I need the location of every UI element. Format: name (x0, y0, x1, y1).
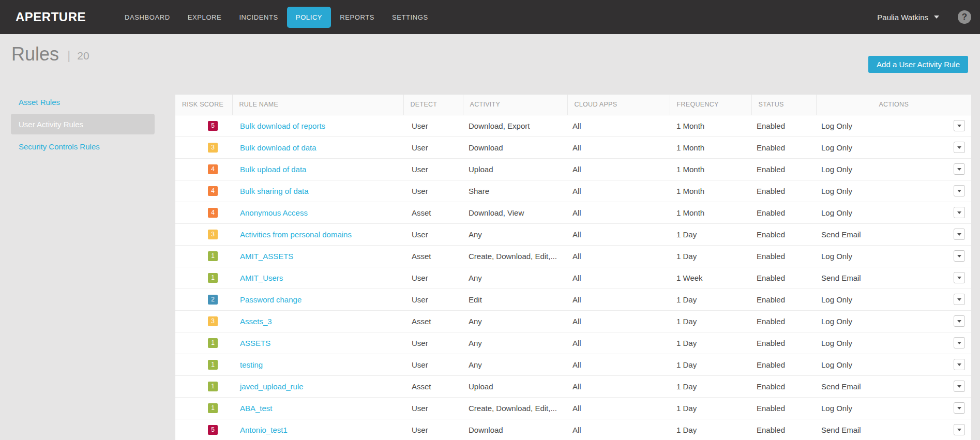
risk-score-badge: 1 (208, 338, 218, 348)
risk-score-cell: 4 (175, 202, 232, 223)
detect-cell: User (403, 289, 463, 310)
rule-name-link[interactable]: Password change (240, 295, 301, 304)
activity-cell: Upload (463, 375, 567, 397)
rule-name-link[interactable]: Anonymous Access (240, 208, 308, 217)
rule-name-link[interactable]: ABA_test (240, 404, 273, 413)
action-dropdown-button[interactable] (954, 142, 965, 153)
detect-cell: User (403, 180, 463, 202)
activity-cell: Create, Download, Edit,... (463, 397, 567, 419)
frequency-cell: 1 Day (670, 397, 751, 419)
action-dropdown-button[interactable] (954, 207, 965, 218)
rule-name-link[interactable]: AMIT_Users (240, 274, 283, 282)
user-name: Paulia Watkins (877, 13, 928, 22)
rule-name-link[interactable]: testing (240, 360, 263, 369)
activity-cell: Any (463, 223, 567, 245)
activity-cell: Share (463, 180, 567, 202)
caret-down-icon (957, 363, 961, 366)
action-dropdown-button[interactable] (954, 250, 965, 262)
rule-name-link[interactable]: Activities from personal domains (240, 230, 352, 239)
action-label: Log Only (821, 252, 852, 261)
caret-down-icon (957, 190, 961, 192)
activity-cell: Any (463, 267, 567, 289)
title-divider: | (67, 48, 70, 63)
action-dropdown-button[interactable] (954, 359, 965, 370)
status-cell: Enabled (751, 419, 816, 440)
action-label: Send Email (821, 382, 861, 391)
cloud-apps-cell: All (567, 354, 670, 375)
detect-cell: User (403, 419, 463, 440)
rule-name-link[interactable]: Bulk upload of data (240, 165, 306, 174)
risk-score-cell: 2 (175, 289, 232, 310)
rule-name-link[interactable]: Bulk download of reports (240, 122, 325, 130)
rule-name-cell: AMIT_Users (232, 267, 403, 289)
table-row: 1 AMIT_Users User Any All 1 Week Enabled… (175, 267, 971, 289)
rule-name-link[interactable]: Bulk download of data (240, 143, 316, 152)
detect-cell: User (403, 115, 463, 136)
rule-name-link[interactable]: Antonio_test1 (240, 426, 288, 434)
action-label: Log Only (821, 339, 852, 347)
detect-cell: User (403, 223, 463, 245)
risk-score-cell: 3 (175, 310, 232, 332)
nav-item-explore[interactable]: EXPLORE (179, 7, 231, 28)
page-title-row: Rules | 20 (11, 43, 89, 65)
add-user-activity-rule-button[interactable]: Add a User Activity Rule (868, 56, 968, 73)
action-dropdown-button[interactable] (954, 229, 965, 240)
caret-down-icon (957, 429, 961, 431)
rule-name-cell: Assets_3 (232, 310, 403, 332)
rule-name-link[interactable]: ASSETS (240, 339, 270, 347)
table-row: 1 ABA_test User Create, Download, Edit,.… (175, 397, 971, 419)
cloud-apps-cell: All (567, 223, 670, 245)
caret-down-icon (957, 255, 961, 257)
table-row: 1 ASSETS User Any All 1 Day Enabled Log … (175, 332, 971, 354)
actions-cell: Send Email (816, 375, 971, 397)
help-icon[interactable]: ? (958, 10, 971, 24)
risk-score-cell: 5 (175, 419, 232, 440)
risk-score-badge: 5 (208, 121, 218, 131)
sidebar-item-asset-rules[interactable]: Asset Rules (11, 92, 155, 112)
detect-cell: User (403, 354, 463, 375)
column-header: CLOUD APPS (567, 95, 670, 115)
action-label: Log Only (821, 208, 852, 217)
nav-item-reports[interactable]: REPORTS (331, 7, 383, 28)
activity-cell: Download, View (463, 202, 567, 223)
frequency-cell: 1 Month (670, 202, 751, 223)
nav-item-incidents[interactable]: INCIDENTS (230, 7, 287, 28)
sidebar-item-user-activity-rules[interactable]: User Activity Rules (11, 114, 155, 134)
aperture-logo[interactable]: APERTURE (16, 10, 86, 24)
action-label: Send Email (821, 274, 861, 282)
sidebar-item-security-controls-rules[interactable]: Security Controls Rules (11, 136, 155, 157)
cloud-apps-cell: All (567, 289, 670, 310)
action-dropdown-button[interactable] (954, 163, 965, 175)
top-nav-bar: APERTURE DASHBOARD EXPLORE INCIDENTS POL… (0, 0, 980, 34)
actions-cell: Send Email (816, 267, 971, 289)
action-label: Send Email (821, 426, 861, 434)
rule-name-link[interactable]: Assets_3 (240, 317, 272, 326)
action-dropdown-button[interactable] (954, 424, 965, 435)
cloud-apps-cell: All (567, 136, 670, 158)
nav-right: Paulia Watkins ? (877, 10, 971, 24)
chevron-down-icon (934, 16, 939, 19)
actions-cell: Log Only (816, 115, 971, 136)
action-dropdown-button[interactable] (954, 315, 965, 327)
action-dropdown-button[interactable] (954, 272, 965, 283)
action-dropdown-button[interactable] (954, 402, 965, 414)
action-dropdown-button[interactable] (954, 294, 965, 305)
status-cell: Enabled (751, 136, 816, 158)
action-dropdown-button[interactable] (954, 185, 965, 196)
table-row: 3 Bulk download of data User Download Al… (175, 136, 971, 158)
table-row: 1 AMIT_ASSETS Asset Create, Download, Ed… (175, 245, 971, 267)
action-dropdown-button[interactable] (954, 120, 965, 131)
action-dropdown-button[interactable] (954, 337, 965, 348)
nav-item-policy[interactable]: POLICY (287, 7, 331, 28)
risk-score-cell: 3 (175, 136, 232, 158)
user-menu[interactable]: Paulia Watkins (877, 13, 939, 22)
action-dropdown-button[interactable] (954, 381, 965, 392)
rule-name-link[interactable]: Bulk sharing of data (240, 187, 309, 195)
rule-name-link[interactable]: AMIT_ASSETS (240, 252, 293, 261)
rule-name-link[interactable]: javed_upload_rule (240, 382, 304, 391)
risk-score-badge: 1 (208, 251, 218, 261)
activity-cell: Any (463, 332, 567, 354)
nav-item-settings[interactable]: SETTINGS (383, 7, 437, 28)
rules-table: RISK SCORE RULE NAME DETECT ACTIVITY CLO… (175, 95, 971, 440)
nav-item-dashboard[interactable]: DASHBOARD (116, 7, 179, 28)
